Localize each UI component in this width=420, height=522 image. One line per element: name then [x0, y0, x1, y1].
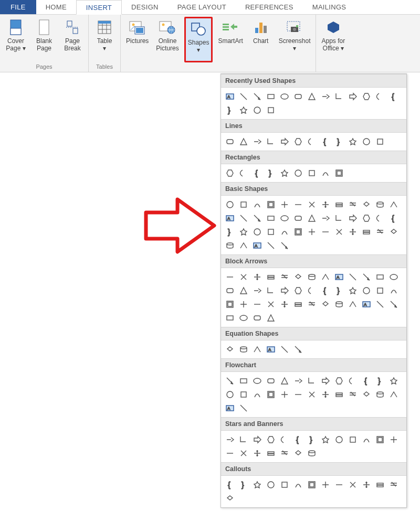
shape-item[interactable] — [320, 226, 331, 238]
shape-item[interactable] — [292, 226, 304, 238]
shape-item[interactable] — [251, 375, 263, 387]
shape-item[interactable] — [279, 375, 290, 387]
shape-item[interactable] — [361, 479, 372, 491]
page-break-button[interactable]: PageBreak — [60, 17, 85, 62]
shape-item[interactable] — [333, 212, 345, 224]
shape-item[interactable] — [306, 479, 318, 491]
shape-item[interactable] — [292, 136, 304, 147]
shape-item[interactable] — [320, 299, 331, 310]
shape-item[interactable] — [279, 389, 290, 400]
shape-item[interactable] — [238, 240, 249, 251]
shape-item[interactable] — [224, 271, 236, 283]
tab-design[interactable]: DESIGN — [122, 0, 168, 14]
shape-item[interactable]: } — [374, 375, 386, 387]
shape-item[interactable] — [306, 448, 318, 459]
online-pictures-button[interactable]: OnlinePictures — [154, 17, 181, 62]
shape-item[interactable] — [388, 271, 400, 283]
shape-item[interactable] — [374, 136, 386, 147]
shape-item[interactable]: { — [292, 434, 304, 445]
shape-item[interactable] — [251, 212, 263, 224]
shape-item[interactable] — [279, 285, 290, 296]
shape-item[interactable] — [238, 299, 249, 310]
shape-item[interactable] — [238, 285, 249, 296]
shape-item[interactable] — [238, 389, 249, 400]
shape-item[interactable] — [320, 375, 331, 387]
shape-item[interactable] — [347, 136, 359, 147]
shape-item[interactable] — [265, 212, 277, 224]
shape-item[interactable] — [347, 434, 359, 445]
shape-item[interactable] — [251, 344, 263, 355]
shape-item[interactable] — [361, 271, 372, 283]
shape-item[interactable] — [347, 299, 359, 310]
shape-item[interactable] — [374, 226, 386, 238]
shape-item[interactable] — [361, 389, 372, 400]
shape-item[interactable] — [251, 226, 263, 238]
shape-item[interactable] — [306, 136, 318, 147]
shape-item[interactable] — [347, 91, 359, 102]
shape-item[interactable] — [374, 434, 386, 445]
shape-item[interactable]: } — [224, 226, 236, 238]
shape-item[interactable] — [361, 136, 372, 147]
shape-item[interactable] — [279, 434, 290, 445]
shape-item[interactable]: A — [265, 344, 277, 355]
shape-item[interactable] — [279, 167, 290, 179]
shape-item[interactable] — [347, 212, 359, 224]
shape-item[interactable]: A — [224, 212, 236, 224]
shape-item[interactable] — [292, 479, 304, 491]
shapes-button[interactable]: Shapes▾ — [184, 17, 213, 62]
shape-item[interactable]: { — [320, 136, 331, 147]
shape-item[interactable] — [265, 91, 277, 102]
shape-item[interactable] — [374, 271, 386, 283]
shape-item[interactable] — [238, 312, 249, 324]
shape-item[interactable] — [388, 226, 400, 238]
shape-item[interactable] — [374, 479, 386, 491]
shape-item[interactable] — [224, 389, 236, 400]
shape-item[interactable] — [347, 479, 359, 491]
shape-item[interactable] — [265, 136, 277, 147]
shape-item[interactable] — [238, 199, 249, 210]
shape-item[interactable] — [361, 226, 372, 238]
shape-item[interactable] — [374, 91, 386, 102]
shape-item[interactable] — [224, 299, 236, 310]
shape-item[interactable]: { — [224, 479, 236, 491]
shape-item[interactable] — [279, 136, 290, 147]
shape-item[interactable] — [224, 285, 236, 296]
shape-item[interactable] — [361, 212, 372, 224]
shape-item[interactable]: A — [251, 240, 263, 251]
shape-item[interactable] — [306, 167, 318, 179]
shape-item[interactable] — [265, 104, 277, 116]
shape-item[interactable] — [333, 434, 345, 445]
shape-item[interactable] — [347, 226, 359, 238]
shape-item[interactable] — [265, 312, 277, 324]
shape-item[interactable] — [279, 344, 290, 355]
shape-item[interactable] — [224, 434, 236, 445]
cover-page-button[interactable]: CoverPage ▾ — [3, 17, 28, 62]
shape-item[interactable] — [251, 136, 263, 147]
shape-item[interactable] — [306, 389, 318, 400]
shape-item[interactable] — [306, 285, 318, 296]
shape-item[interactable] — [388, 285, 400, 296]
apps-button[interactable]: Apps forOffice ▾ — [319, 17, 347, 62]
shape-item[interactable] — [279, 199, 290, 210]
shape-item[interactable] — [292, 91, 304, 102]
shape-item[interactable] — [238, 434, 249, 445]
shape-item[interactable] — [388, 479, 400, 491]
shape-item[interactable] — [292, 271, 304, 283]
shape-item[interactable] — [251, 479, 263, 491]
shape-item[interactable] — [238, 91, 249, 102]
table-button[interactable]: Table▾ — [92, 17, 117, 62]
shape-item[interactable] — [224, 448, 236, 459]
tab-home[interactable]: HOME — [36, 0, 76, 14]
shape-item[interactable] — [279, 448, 290, 459]
shape-item[interactable] — [292, 212, 304, 224]
shape-item[interactable] — [320, 91, 331, 102]
shape-item[interactable] — [361, 285, 372, 296]
shape-item[interactable]: } — [265, 167, 277, 179]
shape-item[interactable] — [333, 375, 345, 387]
shape-item[interactable] — [292, 375, 304, 387]
shape-item[interactable] — [306, 91, 318, 102]
shape-item[interactable] — [374, 285, 386, 296]
tab-file[interactable]: FILE — [0, 0, 36, 14]
shape-item[interactable] — [388, 375, 400, 387]
shape-item[interactable] — [306, 271, 318, 283]
